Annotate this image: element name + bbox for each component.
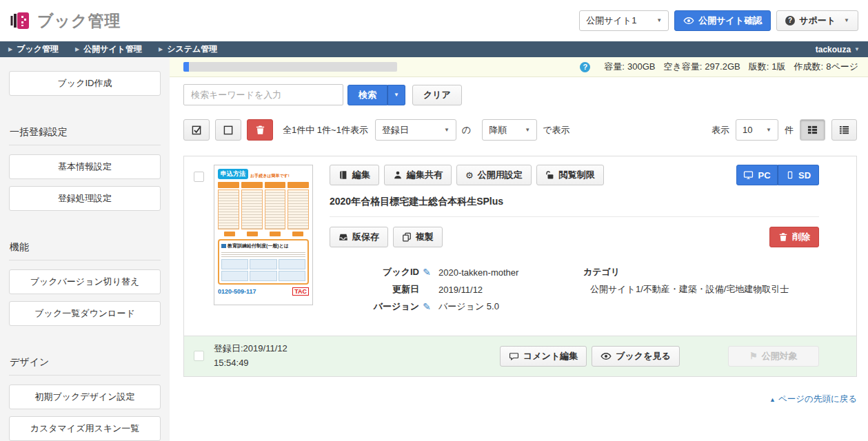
unlock-icon bbox=[545, 170, 555, 180]
nav-item-public-site-management[interactable]: ▶ 公開サイト管理 bbox=[75, 43, 142, 55]
view-restriction-button[interactable]: 閲覧制限 bbox=[536, 165, 604, 185]
help-icon[interactable]: ? bbox=[580, 62, 590, 72]
edit-button[interactable]: 編集 bbox=[330, 165, 379, 185]
book-card-body: 申込方法 お手続きは簡単です! bbox=[184, 156, 856, 336]
display-settings: 表示 10 ▼ 件 bbox=[711, 119, 857, 141]
back-to-top-link[interactable]: ▲ページの先頭に戻る bbox=[183, 393, 857, 405]
sort-field-select[interactable]: 登録日 ▼ bbox=[375, 119, 456, 141]
book-card-footer: 登録日:2019/11/12 15:54:49 コメント編集 bbox=[184, 336, 856, 376]
metadata-right: カテゴリ 公開サイト1/不動産・建築・設備/宅地建物取引士 bbox=[583, 266, 789, 318]
sidebar-button-basic-info[interactable]: 基本情報設定 bbox=[9, 154, 161, 179]
site-select[interactable]: 公開サイト1 ▼ bbox=[579, 10, 669, 31]
capacity-label: 容量: bbox=[604, 61, 625, 72]
sidebar-button-registration-process[interactable]: 登録処理設定 bbox=[9, 186, 161, 211]
edit-book-id-pencil-icon[interactable]: ✎ bbox=[419, 267, 434, 277]
search-options-button[interactable]: ▼ bbox=[387, 85, 405, 105]
preview-sd-button[interactable]: SD bbox=[778, 165, 819, 185]
edit-share-button[interactable]: 編集共有 bbox=[384, 165, 452, 185]
nav-item-label: システム管理 bbox=[167, 43, 217, 55]
version-label: バージョン bbox=[330, 300, 419, 313]
search-input[interactable] bbox=[183, 84, 343, 105]
sort-order-value: 降順 bbox=[489, 124, 507, 136]
checkbox-unchecked-icon bbox=[223, 125, 234, 135]
list-toolbar: 全1件中 1件~1件表示 登録日 ▼ の 降順 ▼ で表示 表示 10 ▼ bbox=[183, 119, 857, 141]
capacity-progress-fill bbox=[183, 62, 189, 72]
flyer-preview: 申込方法 お手続きは簡単です! bbox=[218, 169, 309, 301]
support-button[interactable]: ? サポート ▼ bbox=[776, 10, 858, 31]
edit-label: 編集 bbox=[352, 169, 370, 181]
book-thumbnail[interactable]: 申込方法 お手続きは簡単です! bbox=[214, 165, 313, 305]
capacity-total: 容量:300GB bbox=[604, 61, 655, 73]
deselect-all-button[interactable] bbox=[215, 119, 241, 141]
sidebar-heading: デザイン bbox=[9, 356, 161, 376]
site-check-label: 公開サイト確認 bbox=[698, 14, 762, 27]
view-book-label: ブックを見る bbox=[616, 350, 671, 362]
checkbox-checked-icon bbox=[192, 125, 202, 135]
capacity-info: ? 容量:300GB 空き容量:297.2GB 版数:1版 作成数:8ページ bbox=[580, 61, 858, 73]
view-book-button[interactable]: ブックを見る bbox=[592, 346, 680, 367]
caret-down-icon: ▼ bbox=[394, 92, 399, 98]
book-card-main: 編集 編集共有 ⚙ 公開用設定 bbox=[330, 165, 819, 318]
sidebar-button-book-list-download[interactable]: ブック一覧ダウンロード bbox=[9, 301, 161, 326]
sidebar-heading: 一括登録設定 bbox=[9, 126, 161, 145]
view-toggle-detail-button[interactable] bbox=[800, 119, 825, 141]
registered-time: 15:54:49 bbox=[214, 356, 500, 371]
duplicate-label: 複製 bbox=[416, 231, 434, 243]
publish-settings-label: 公開用設定 bbox=[478, 169, 523, 181]
header-controls: 公開サイト1 ▼ 公開サイト確認 ? サポート ▼ bbox=[579, 10, 858, 31]
particle-text: で表示 bbox=[543, 124, 569, 136]
sidebar-button-version-switch[interactable]: ブックバージョン切り替え bbox=[9, 269, 161, 294]
user-menu[interactable]: tackouza ▼ bbox=[816, 45, 860, 54]
comment-edit-button[interactable]: コメント編集 bbox=[500, 346, 587, 367]
pc-label: PC bbox=[758, 170, 770, 181]
flyer-logo: TAC bbox=[292, 287, 309, 296]
sidebar-button-custom-skin-list[interactable]: カスタマイズ用スキン一覧 bbox=[9, 416, 161, 441]
footer-select-checkbox[interactable] bbox=[194, 351, 204, 361]
sd-label: SD bbox=[798, 170, 811, 181]
sidebar-button-create-book-id[interactable]: ブックID作成 bbox=[9, 71, 161, 96]
sort-order-select[interactable]: 降順 ▼ bbox=[482, 119, 537, 141]
clear-button[interactable]: クリア bbox=[412, 85, 462, 105]
delete-selected-button[interactable] bbox=[247, 119, 273, 141]
app-logo-icon bbox=[10, 10, 30, 31]
sidebar-button-default-book-design[interactable]: 初期ブックデザイン設定 bbox=[9, 384, 161, 409]
caret-down-icon: ▼ bbox=[844, 18, 849, 23]
support-label: サポート bbox=[799, 14, 836, 27]
nav-item-book-management[interactable]: ▶ ブック管理 bbox=[8, 43, 59, 55]
save-version-button[interactable]: 版保存 bbox=[330, 227, 388, 247]
version-value: バージョン 5.0 bbox=[438, 300, 499, 313]
capacity-label: 作成数: bbox=[794, 61, 824, 72]
capacity-label: 空き容量: bbox=[663, 61, 702, 72]
caret-down-icon: ▼ bbox=[656, 18, 662, 23]
publish-target-button[interactable]: ⚑ 公開対象 bbox=[728, 346, 819, 367]
delete-button[interactable]: 削除 bbox=[769, 227, 819, 247]
per-page-select[interactable]: 10 ▼ bbox=[736, 119, 778, 141]
flag-icon: ⚑ bbox=[749, 351, 758, 360]
select-all-button[interactable] bbox=[183, 119, 210, 141]
save-version-label: 版保存 bbox=[352, 231, 379, 243]
trash-icon bbox=[255, 125, 265, 135]
mobile-icon bbox=[786, 170, 794, 180]
preview-pc-button[interactable]: PC bbox=[736, 165, 778, 185]
capacity-label: 版数: bbox=[749, 61, 769, 72]
registered-date: 登録日:2019/11/12 bbox=[214, 342, 500, 356]
capacity-value: 1版 bbox=[771, 61, 785, 72]
view-toggle-list-button[interactable] bbox=[831, 119, 857, 141]
nav-item-system-management[interactable]: ▶ システム管理 bbox=[159, 43, 217, 55]
flyer-phone: 0120-509-117 bbox=[218, 288, 256, 295]
duplicate-button[interactable]: 複製 bbox=[393, 227, 443, 247]
gear-icon: ⚙ bbox=[465, 171, 474, 180]
edit-version-pencil-icon[interactable]: ✎ bbox=[419, 302, 434, 311]
footer-buttons: コメント編集 ブックを見る bbox=[500, 346, 680, 367]
book-select-checkbox[interactable] bbox=[194, 172, 204, 182]
category-value: 公開サイト1/不動産・建築・設備/宅地建物取引士 bbox=[583, 283, 789, 296]
divider bbox=[330, 216, 819, 217]
publish-settings-button[interactable]: ⚙ 公開用設定 bbox=[456, 165, 532, 185]
site-check-button[interactable]: 公開サイト確認 bbox=[674, 10, 771, 31]
caret-right-icon: ▶ bbox=[8, 47, 12, 52]
question-icon: ? bbox=[785, 16, 795, 25]
device-preview-group: PC SD bbox=[736, 165, 819, 185]
main-area: ? 容量:300GB 空き容量:297.2GB 版数:1版 作成数:8ページ 検… bbox=[170, 57, 868, 441]
capacity-editions: 版数:1版 bbox=[749, 61, 786, 73]
search-button[interactable]: 検索 bbox=[347, 85, 387, 105]
